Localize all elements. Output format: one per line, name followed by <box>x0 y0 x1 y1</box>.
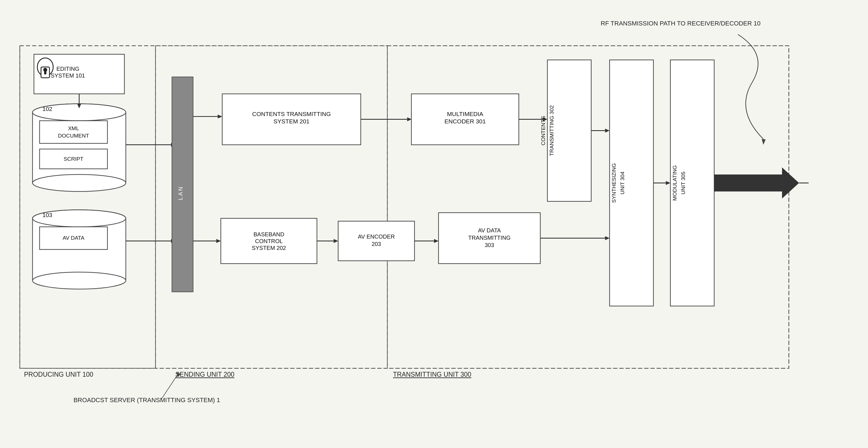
svg-point-14 <box>33 104 126 121</box>
svg-marker-58 <box>543 117 547 121</box>
svg-text:SYSTEM 101: SYSTEM 101 <box>51 72 85 79</box>
svg-rect-43 <box>221 218 317 264</box>
svg-text:XML: XML <box>68 125 79 131</box>
svg-text:TRANSMITTING: TRANSMITTING <box>468 235 510 241</box>
svg-marker-81 <box>762 139 766 145</box>
svg-rect-24 <box>33 218 126 281</box>
svg-text:TRANSMITTING UNIT 300: TRANSMITTING UNIT 300 <box>393 371 471 378</box>
svg-rect-1 <box>20 46 156 368</box>
svg-text:AV DATA: AV DATA <box>478 227 501 234</box>
svg-line-86 <box>161 374 178 399</box>
svg-text:EDITING: EDITING <box>56 66 79 72</box>
svg-point-11 <box>33 104 126 121</box>
svg-text:BASEBAND: BASEBAND <box>253 231 284 237</box>
svg-marker-53 <box>434 239 439 243</box>
svg-rect-16 <box>40 121 107 144</box>
svg-marker-63 <box>605 129 610 133</box>
svg-text:AV DATA: AV DATA <box>62 235 84 241</box>
svg-marker-48 <box>334 239 338 243</box>
svg-text:CONTENTS TRANSMITTING: CONTENTS TRANSMITTING <box>252 111 331 117</box>
svg-point-5 <box>37 58 53 76</box>
svg-rect-54 <box>411 94 519 145</box>
svg-text:SYSTEM 202: SYSTEM 202 <box>252 245 286 251</box>
svg-text:CONTROL: CONTROL <box>255 238 283 244</box>
svg-rect-19 <box>40 149 107 169</box>
svg-marker-74 <box>666 181 670 185</box>
svg-rect-8 <box>44 70 46 74</box>
svg-marker-87 <box>177 372 181 377</box>
svg-rect-2 <box>156 46 388 368</box>
svg-rect-6 <box>41 67 50 78</box>
svg-rect-78 <box>714 175 782 191</box>
svg-text:AV ENCODER: AV ENCODER <box>358 234 395 240</box>
svg-text:SCRIPT: SCRIPT <box>64 156 84 162</box>
svg-rect-12 <box>33 112 126 183</box>
svg-rect-75 <box>670 60 714 306</box>
svg-rect-28 <box>40 227 107 249</box>
svg-text:UNIT 305: UNIT 305 <box>680 172 686 195</box>
svg-point-7 <box>43 68 47 72</box>
svg-text:PRODUCING UNIT 100: PRODUCING UNIT 100 <box>24 371 93 378</box>
svg-text:DOCUMENT: DOCUMENT <box>58 133 89 139</box>
svg-marker-69 <box>605 236 610 240</box>
svg-point-13 <box>33 175 126 191</box>
svg-text:TRANSMITTING 302: TRANSMITTING 302 <box>549 105 555 156</box>
svg-text:103: 103 <box>42 212 52 218</box>
svg-rect-0 <box>20 46 789 368</box>
svg-marker-89 <box>77 104 81 109</box>
svg-rect-4 <box>34 54 124 94</box>
svg-text:SENDING UNIT 200: SENDING UNIT 200 <box>175 371 235 378</box>
svg-rect-49 <box>338 221 415 261</box>
svg-marker-22 <box>171 143 176 147</box>
svg-rect-64 <box>438 213 540 264</box>
svg-text:MULTIMEDIA: MULTIMEDIA <box>447 111 483 117</box>
svg-rect-32 <box>172 77 193 292</box>
svg-text:LAN: LAN <box>177 186 184 200</box>
svg-text:BROADCST SERVER (TRANSMITTING : BROADCST SERVER (TRANSMITTING SYSTEM) 1 <box>73 396 220 404</box>
svg-marker-31 <box>171 239 176 243</box>
svg-text:203: 203 <box>372 241 381 247</box>
svg-marker-40 <box>407 117 412 121</box>
svg-rect-3 <box>388 46 789 368</box>
svg-point-26 <box>33 210 126 227</box>
svg-point-25 <box>33 272 126 289</box>
svg-rect-70 <box>610 60 653 306</box>
svg-text:MODULATING: MODULATING <box>672 165 678 201</box>
svg-marker-79 <box>782 168 799 199</box>
svg-rect-59 <box>547 60 591 202</box>
svg-text:UNIT 304: UNIT 304 <box>619 172 625 195</box>
svg-marker-42 <box>216 239 221 243</box>
svg-point-23 <box>33 210 126 227</box>
svg-text:SYNTHESIZING: SYNTHESIZING <box>611 163 617 203</box>
svg-text:303: 303 <box>485 242 494 248</box>
svg-text:CONTENTS: CONTENTS <box>540 116 546 145</box>
svg-text:SYSTEM 201: SYSTEM 201 <box>274 118 309 124</box>
svg-marker-35 <box>218 115 222 119</box>
svg-text:102: 102 <box>42 106 52 112</box>
svg-rect-36 <box>222 94 361 145</box>
rf-label: RF TRANSMISSION PATH TO RECEIVER/DECODER… <box>601 20 761 27</box>
svg-text:ENCODER 301: ENCODER 301 <box>444 118 486 124</box>
